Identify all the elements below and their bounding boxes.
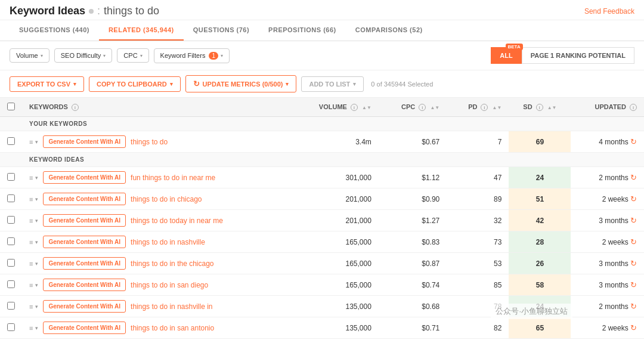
row-checkbox-cell[interactable] [0,210,22,231]
sd-header[interactable]: SD i ▲▼ [509,98,571,117]
keyword-link[interactable]: things to do in san diego [131,281,208,289]
row-checkbox-cell[interactable] [0,274,22,296]
search-dropdown-icon[interactable]: ▾ [35,261,38,267]
pd-header[interactable]: PD i ▲▼ [447,98,509,117]
search-dropdown-icon[interactable]: ▾ [35,325,38,331]
keyword-link[interactable]: things to do in chicago [131,195,202,203]
cpc-header[interactable]: CPC i ▲▼ [379,98,447,117]
search-dropdown-icon[interactable]: ▾ [35,139,38,145]
refresh-row-icon[interactable]: ↻ [630,323,637,332]
refresh-row-icon[interactable]: ↻ [630,259,637,268]
row-checkbox[interactable] [7,259,15,267]
updated-header[interactable]: UPDATED i [571,98,644,117]
updated-text: 2 weeks [602,195,628,203]
cpc-filter[interactable]: CPC ▾ [117,48,148,63]
keyword-link[interactable]: things to do in san antonio [131,324,214,332]
search-dropdown-icon[interactable]: ▾ [35,196,38,202]
cpc-cell: $1.27 [379,210,447,231]
generate-content-button[interactable]: Generate Content With AI [43,300,126,313]
select-all-header[interactable] [0,98,22,117]
refresh-row-icon[interactable]: ↻ [630,237,637,246]
row-checkbox[interactable] [7,194,15,202]
filter-keyword-icon[interactable]: ≡ [29,196,33,203]
refresh-row-icon[interactable]: ↻ [630,173,637,182]
volume-filter[interactable]: Volume ▾ [10,48,49,63]
search-dropdown-icon[interactable]: ▾ [35,218,38,224]
tab-prepositions[interactable]: PREPOSITIONS (66) [259,20,346,41]
keyword-actions: ≡ ▾ [29,217,38,224]
filter-keyword-icon[interactable]: ≡ [29,138,33,146]
keyword-link[interactable]: things to do in nashville in [131,302,212,311]
cpc-sort[interactable]: ▲▼ [430,106,439,110]
sd-sort[interactable]: ▲▼ [547,106,557,110]
refresh-row-icon[interactable]: ↻ [630,194,637,203]
pd-info-icon: i [481,104,488,111]
search-dropdown-icon[interactable]: ▾ [35,282,38,288]
keywords-header[interactable]: KEYWORDS i [22,98,292,117]
filter-keyword-icon[interactable]: ≡ [29,325,33,332]
row-checkbox[interactable] [7,302,15,310]
search-dropdown-icon[interactable]: ▾ [35,304,38,310]
volume-cell: 165,000 [292,231,379,253]
row-checkbox-cell[interactable] [0,167,22,189]
copy-clipboard-button[interactable]: COPY TO CLIPBOARD ▾ [89,76,181,92]
add-to-list-button[interactable]: ADD TO LIST ▾ [301,76,364,92]
row-checkbox-cell[interactable] [0,131,22,153]
page1-view-button[interactable]: PAGE 1 RANKING POTENTIAL [522,47,634,64]
generate-content-button[interactable]: Generate Content With AI [43,322,126,334]
tab-comparisons[interactable]: COMPARISONS (52) [346,20,432,41]
filter-keyword-icon[interactable]: ≡ [29,303,33,310]
filter-keyword-icon[interactable]: ≡ [29,260,33,267]
keyword-link[interactable]: things to do [131,138,168,146]
send-feedback-link[interactable]: Send Feedback [584,7,634,16]
row-checkbox[interactable] [7,137,15,145]
generate-content-button[interactable]: Generate Content With AI [43,236,126,248]
keyword-link[interactable]: fun things to do in near me [131,174,215,182]
keyword-cell: ≡ ▾ Generate Content With AI fun things … [22,167,292,189]
row-checkbox-cell[interactable] [0,253,22,274]
refresh-row-icon[interactable]: ↻ [630,280,637,289]
generate-content-button[interactable]: Generate Content With AI [43,135,126,148]
header: Keyword Ideas : things to do Send Feedba… [0,0,644,20]
row-checkbox[interactable] [7,280,15,288]
generate-content-button[interactable]: Generate Content With AI [43,279,126,291]
export-csv-button[interactable]: EXPORT TO CSV ▾ [10,76,84,92]
row-checkbox-cell[interactable] [0,189,22,210]
pd-sort[interactable]: ▲▼ [493,106,502,110]
generate-content-button[interactable]: Generate Content With AI [43,171,126,184]
select-all-checkbox[interactable] [7,103,15,110]
search-dropdown-icon[interactable]: ▾ [35,175,38,181]
keyword-filters-filter[interactable]: Keyword Filters 1 ▾ [154,48,230,63]
row-checkbox-cell[interactable] [0,231,22,253]
row-checkbox[interactable] [7,237,15,245]
all-view-wrapper: BETA ALL [491,47,521,64]
keyword-link[interactable]: things to do in the chicago [131,259,213,268]
keyword-link[interactable]: things to do today in near me [131,217,223,225]
refresh-row-icon[interactable]: ↻ [630,137,637,146]
tab-related[interactable]: RELATED (345,944) [99,20,184,41]
filter-keyword-icon[interactable]: ≡ [29,174,33,181]
row-checkbox[interactable] [7,216,15,224]
seo-difficulty-filter[interactable]: SEO Difficulty ▾ [54,48,113,63]
row-checkbox-cell[interactable] [0,296,22,317]
row-checkbox-cell[interactable] [0,317,22,339]
action-row: EXPORT TO CSV ▾ COPY TO CLIPBOARD ▾ ↻ UP… [0,70,644,98]
volume-sort[interactable]: ▲▼ [362,106,371,110]
tab-questions[interactable]: QUESTIONS (76) [184,20,259,41]
generate-content-button[interactable]: Generate Content With AI [43,257,126,270]
volume-header[interactable]: VOLUME i ▲▼ [292,98,379,117]
filter-keyword-icon[interactable]: ≡ [29,282,33,289]
keyword-link[interactable]: things to do in nashville [131,238,205,246]
update-metrics-button[interactable]: ↻ UPDATE METRICS (0/500) ▾ [185,75,297,92]
generate-content-button[interactable]: Generate Content With AI [43,193,126,205]
row-checkbox[interactable] [7,173,15,181]
tab-suggestions[interactable]: SUGGESTIONS (440) [10,20,99,41]
refresh-row-icon[interactable]: ↻ [630,302,637,311]
filter-keyword-icon[interactable]: ≡ [29,239,33,246]
search-dropdown-icon[interactable]: ▾ [35,239,38,245]
filter-keyword-icon[interactable]: ≡ [29,217,33,224]
generate-content-button[interactable]: Generate Content With AI [43,214,126,227]
updated-cell: 2 weeks ↻ [571,231,644,253]
row-checkbox[interactable] [7,323,15,331]
refresh-row-icon[interactable]: ↻ [630,216,637,225]
